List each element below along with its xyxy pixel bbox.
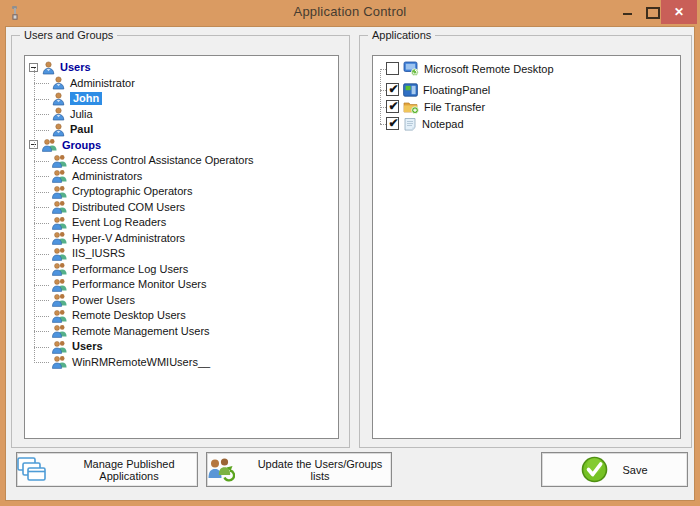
tree-item-label: Performance Monitor Users xyxy=(72,278,207,291)
tree-connector-line xyxy=(34,331,49,332)
checkbox-file-transfer-checked[interactable]: ✔ xyxy=(386,100,399,113)
refresh-users-icon xyxy=(207,457,235,482)
tree-connector-line xyxy=(34,114,49,115)
tree-item-label: Users xyxy=(60,61,91,74)
tree-trunk-line xyxy=(380,69,381,124)
tree-item-performance-monitor-users[interactable]: Performance Monitor Users xyxy=(25,277,338,293)
tree-item-users[interactable]: Users xyxy=(25,339,338,355)
group-icon xyxy=(52,262,67,276)
application-control-window: Application Control ✕ Users and Groups U… xyxy=(0,0,700,506)
tree-connector-line xyxy=(34,269,49,270)
tree-item-event-log-readers[interactable]: Event Log Readers xyxy=(25,215,338,231)
users-groups-treeview: UsersAdministratorJohnJuliaPaulGroupsAcc… xyxy=(24,55,339,439)
tree-connector-line xyxy=(34,130,49,131)
app-item-microsoft-remote-desktop[interactable]: Microsoft Remote Desktop xyxy=(373,60,680,77)
tree-item-label: Remote Desktop Users xyxy=(72,309,186,322)
applications-groupbox-label: Applications xyxy=(368,28,435,42)
group-icon xyxy=(52,169,67,183)
tree-item-label: Administrators xyxy=(72,170,142,183)
group-icon xyxy=(52,200,67,214)
users-groups-groupbox: Users and Groups UsersAdministratorJohnJ… xyxy=(11,35,350,448)
tree-item-remote-management-users[interactable]: Remote Management Users xyxy=(25,324,338,340)
app-item-label: Microsoft Remote Desktop xyxy=(424,63,554,75)
tree-item-administrator[interactable]: Administrator xyxy=(25,76,338,92)
tree-item-distributed-com-users[interactable]: Distributed COM Users xyxy=(25,200,338,216)
tree-connector-line xyxy=(34,362,49,363)
group-icon xyxy=(52,278,67,292)
users-groups-groupbox-label: Users and Groups xyxy=(20,28,117,42)
tree-item-label: WinRMRemoteWMIUsers__ xyxy=(72,356,210,369)
tree-connector-line xyxy=(34,192,49,193)
tree-item-label: Event Log Readers xyxy=(72,216,166,229)
tree-item-label: Users xyxy=(72,340,103,353)
tree-item-groups-node[interactable]: Groups xyxy=(25,138,338,154)
tree-item-label: Administrator xyxy=(70,77,135,90)
tree-item-paul[interactable]: Paul xyxy=(25,122,338,138)
tree-item-cryptographic-operators[interactable]: Cryptographic Operators xyxy=(25,184,338,200)
user-icon xyxy=(52,123,65,137)
tree-item-hyper-v-administrators[interactable]: Hyper-V Administrators xyxy=(25,231,338,247)
tree-item-john[interactable]: John xyxy=(25,91,338,107)
group-icon xyxy=(52,324,67,338)
tree-connector-line xyxy=(34,254,49,255)
checkmark-icon: ✔ xyxy=(387,116,400,131)
app-item-notepad[interactable]: ✔Notepad xyxy=(373,115,680,132)
group-icon xyxy=(52,293,67,307)
manage-published-applications-label: Manage Published Applications xyxy=(61,458,197,482)
tree-connector-line xyxy=(34,99,49,100)
checkbox-microsoft-remote-desktop-unchecked[interactable] xyxy=(386,62,399,75)
group-icon xyxy=(42,138,57,152)
group-icon xyxy=(52,216,67,230)
tree-item-administrators[interactable]: Administrators xyxy=(25,169,338,185)
app-item-label: Notepad xyxy=(422,118,464,130)
app-item-file-transfer[interactable]: ✔File Transfer xyxy=(373,98,680,115)
save-button[interactable]: Save xyxy=(541,452,688,487)
green-check-icon xyxy=(581,456,608,483)
checkmark-icon: ✔ xyxy=(387,82,400,97)
tree-item-access-control-assistance-operators[interactable]: Access Control Assistance Operators xyxy=(25,153,338,169)
group-icon xyxy=(52,355,67,369)
tree-connector-line xyxy=(34,285,49,286)
group-icon xyxy=(52,231,67,245)
cascading-windows-icon xyxy=(17,457,47,483)
group-icon xyxy=(52,154,67,168)
tree-item-label: Cryptographic Operators xyxy=(72,185,192,198)
minimize-button[interactable] xyxy=(618,2,638,22)
tree-item-julia[interactable]: Julia xyxy=(25,107,338,123)
group-icon xyxy=(52,340,67,354)
app-item-label: File Transfer xyxy=(424,101,485,113)
title-bar: Application Control ✕ xyxy=(0,0,700,26)
tree-item-label: Groups xyxy=(62,139,101,152)
maximize-button[interactable] xyxy=(642,2,662,22)
tree-item-remote-desktop-users[interactable]: Remote Desktop Users xyxy=(25,308,338,324)
tree-item-iis-iusrs[interactable]: IIS_IUSRS xyxy=(25,246,338,262)
user-icon xyxy=(52,92,65,106)
tree-item-winrmremotewmiusers[interactable]: WinRMRemoteWMIUsers__ xyxy=(25,355,338,371)
user-icon xyxy=(52,107,65,121)
tree-connector-line xyxy=(34,207,49,208)
tree-item-power-users[interactable]: Power Users xyxy=(25,293,338,309)
file-transfer-icon xyxy=(403,100,419,114)
close-button[interactable]: ✕ xyxy=(661,0,697,24)
update-users-groups-label: Update the Users/Groups lists xyxy=(249,458,391,482)
app-item-floatingpanel[interactable]: ✔FloatingPanel xyxy=(373,81,680,98)
tree-connector-line xyxy=(34,223,49,224)
checkbox-notepad-checked[interactable]: ✔ xyxy=(386,117,399,130)
checkbox-floatingpanel-checked[interactable]: ✔ xyxy=(386,83,399,96)
window-title: Application Control xyxy=(0,4,700,19)
tree-item-performance-log-users[interactable]: Performance Log Users xyxy=(25,262,338,278)
tree-connector-line xyxy=(34,347,49,348)
floating-panel-icon xyxy=(403,83,418,97)
manage-published-applications-button[interactable]: Manage Published Applications xyxy=(16,452,198,487)
tree-connector-line xyxy=(34,176,49,177)
tree-connector-line xyxy=(34,83,49,84)
tree-connector-line xyxy=(34,300,49,301)
user-icon xyxy=(52,76,65,90)
client-area: Users and Groups UsersAdministratorJohnJ… xyxy=(5,26,695,501)
applications-treeview: Microsoft Remote Desktop✔FloatingPanel✔F… xyxy=(372,55,681,439)
user-icon xyxy=(42,61,55,75)
tree-item-users-node[interactable]: Users xyxy=(25,60,338,76)
group-icon xyxy=(52,247,67,261)
update-users-groups-button[interactable]: Update the Users/Groups lists xyxy=(206,452,392,487)
applications-groupbox: Applications Microsoft Remote Desktop✔Fl… xyxy=(359,35,692,448)
